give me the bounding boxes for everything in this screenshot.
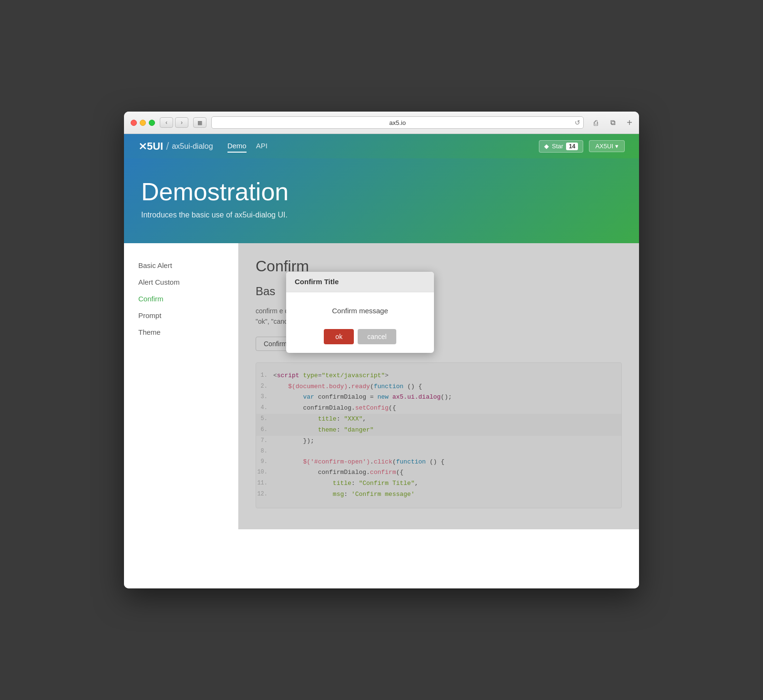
nav-api[interactable]: API <box>256 140 268 153</box>
logo-text: ⨯5UI <box>138 140 163 153</box>
nav-buttons: ‹ › <box>160 117 188 128</box>
modal-overlay[interactable]: Confirm Title Confirm message ok cancel <box>238 243 639 529</box>
site-nav-right: ◆ Star 14 AX5UI ▾ <box>539 140 625 153</box>
browser-titlebar: ‹ › ▦ ax5.io ↺ ⎙ ⧉ + <box>124 112 639 134</box>
repo-name: ax5ui-dialog <box>172 142 213 151</box>
close-button[interactable] <box>131 120 137 126</box>
sidebar: Basic Alert Alert Custom Confirm Prompt … <box>124 243 238 529</box>
star-label: Star <box>552 143 563 150</box>
traffic-lights <box>131 120 155 126</box>
maximize-button[interactable] <box>149 120 155 126</box>
nav-demo[interactable]: Demo <box>227 140 247 153</box>
sidebar-item-alert-custom[interactable]: Alert Custom <box>134 274 228 290</box>
browser-window: ‹ › ▦ ax5.io ↺ ⎙ ⧉ + ⨯5UI / ax5ui-dialog… <box>124 112 639 588</box>
sidebar-item-theme[interactable]: Theme <box>134 324 228 340</box>
sidebar-item-confirm[interactable]: Confirm <box>134 291 228 307</box>
refresh-button[interactable]: ↺ <box>575 119 580 126</box>
browser-content: ⨯5UI / ax5ui-dialog Demo API ◆ Star 14 A… <box>124 134 639 588</box>
main-layout: Basic Alert Alert Custom Confirm Prompt … <box>124 243 639 529</box>
forward-button[interactable]: › <box>175 117 188 128</box>
modal-dialog: Confirm Title Confirm message ok cancel <box>286 272 434 353</box>
sidebar-item-prompt[interactable]: Prompt <box>134 308 228 323</box>
logo-separator: / <box>166 140 169 153</box>
hero-subtitle: Introduces the basic use of ax5ui-dialog… <box>141 211 622 219</box>
modal-title: Confirm Title <box>295 278 339 286</box>
url-text: ax5.io <box>389 119 406 126</box>
modal-cancel-button[interactable]: cancel <box>358 329 396 344</box>
address-bar[interactable]: ax5.io ↺ <box>211 116 584 129</box>
ax5ui-dropdown[interactable]: AX5UI ▾ <box>589 140 625 152</box>
back-button[interactable]: ‹ <box>160 117 173 128</box>
site-nav-links: Demo API <box>227 140 268 153</box>
modal-header: Confirm Title <box>286 272 434 292</box>
sidebar-item-basic-alert[interactable]: Basic Alert <box>134 257 228 273</box>
modal-footer: ok cancel <box>286 324 434 353</box>
browser-actions: ⎙ ⧉ <box>588 117 620 128</box>
hero-banner: Demostration Introduces the basic use of… <box>124 158 639 243</box>
hero-title: Demostration <box>141 177 622 206</box>
tab-overview-button[interactable]: ▦ <box>193 117 206 128</box>
site-nav: ⨯5UI / ax5ui-dialog Demo API ◆ Star 14 A… <box>124 134 639 158</box>
share-button[interactable]: ⎙ <box>588 117 603 128</box>
github-icon: ◆ <box>544 143 549 150</box>
star-button[interactable]: ◆ Star 14 <box>539 140 583 153</box>
ax5ui-label: AX5UI <box>595 143 613 150</box>
star-count: 14 <box>566 143 578 150</box>
new-tab-button[interactable]: ⧉ <box>606 117 620 128</box>
add-tab-button[interactable]: + <box>627 117 632 128</box>
modal-body: Confirm message <box>286 292 434 324</box>
modal-ok-button[interactable]: ok <box>324 329 354 344</box>
modal-message: Confirm message <box>295 307 425 315</box>
content-area: Confirm Bas confirm e default user selec… <box>238 243 639 529</box>
site-logo: ⨯5UI / ax5ui-dialog <box>138 140 213 153</box>
minimize-button[interactable] <box>140 120 146 126</box>
chevron-down-icon: ▾ <box>615 143 619 150</box>
